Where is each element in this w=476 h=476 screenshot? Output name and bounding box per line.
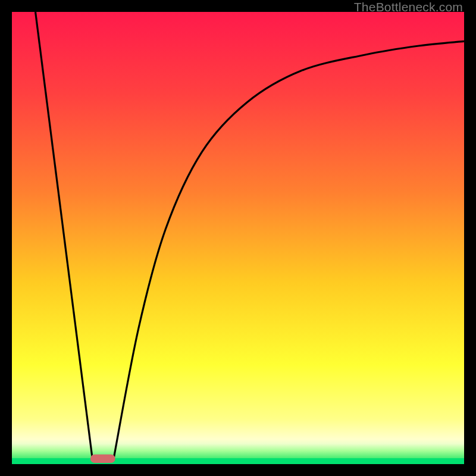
- bottleneck-marker: [90, 455, 115, 463]
- chart-svg: [12, 12, 464, 464]
- gradient-background: [12, 12, 464, 464]
- bottom-green-band: [12, 458, 464, 464]
- watermark-text: TheBottleneck.com: [354, 0, 463, 14]
- chart-frame: [12, 12, 464, 464]
